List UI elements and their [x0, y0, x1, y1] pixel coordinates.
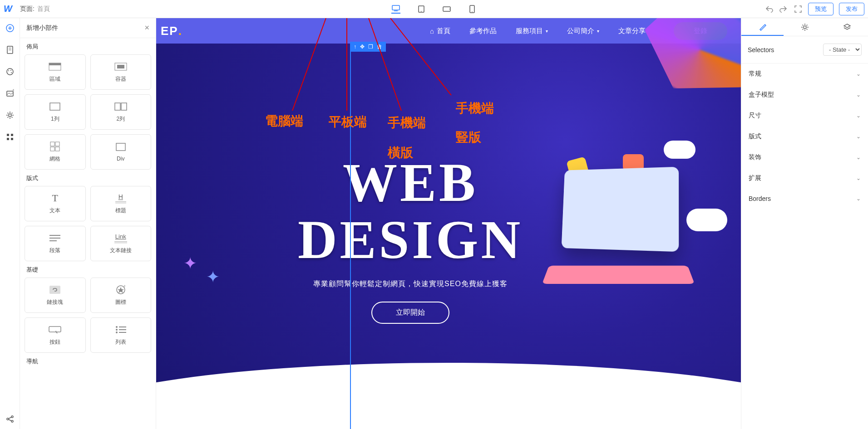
acc-general[interactable]: 常规⌄ — [741, 63, 868, 84]
svg-rect-23 — [7, 138, 9, 140]
selectors-label: Selectors — [748, 46, 774, 54]
site-frame: EP. ⌂首頁 參考作品 服務項目▾ 公司簡介▾ 文章分享 登錄 WEB DES… — [156, 18, 741, 429]
acc-borders[interactable]: Borders⌄ — [741, 189, 868, 209]
svg-marker-61 — [844, 24, 850, 28]
svg-text:+: + — [12, 89, 15, 92]
widget-textlink[interactable]: Link 文本鏈接 — [90, 226, 152, 261]
svg-line-28 — [9, 417, 11, 419]
nav-articles[interactable]: 文章分享 — [618, 27, 646, 35]
widget-grid[interactable]: 網格 — [25, 134, 86, 170]
svg-rect-39 — [50, 147, 54, 151]
widget-text[interactable]: T 文本 — [25, 186, 86, 221]
device-tablet-button[interactable] — [417, 5, 426, 14]
sparkle-icon: ✦ — [183, 254, 197, 273]
nav-works[interactable]: 參考作品 — [469, 27, 497, 35]
svg-point-20 — [9, 114, 11, 117]
nav-about[interactable]: 公司簡介▾ — [567, 27, 599, 35]
selectors-row: Selectors - State - — [741, 36, 868, 63]
hero-cta-button[interactable]: 立即開始 — [371, 302, 449, 324]
col1-icon — [49, 102, 61, 112]
tab-layers[interactable] — [826, 18, 868, 36]
widget-button[interactable]: 按鈕 — [25, 317, 86, 353]
apps-icon[interactable] — [5, 132, 15, 141]
rp-tabs — [741, 18, 868, 36]
device-desktop-button[interactable] — [391, 5, 400, 14]
svg-point-50 — [116, 326, 118, 328]
redo-icon[interactable] — [779, 5, 788, 14]
widget-container[interactable]: 容器 — [90, 54, 152, 90]
sel-delete-icon[interactable]: 🗑 — [377, 44, 382, 50]
widget-heading[interactable]: H 標題 — [90, 186, 152, 221]
chevron-down-icon: ⌄ — [856, 175, 861, 181]
app-logo[interactable]: W — [4, 4, 15, 15]
image-add-icon[interactable]: + — [5, 89, 15, 98]
svg-rect-36 — [121, 103, 127, 110]
tab-settings[interactable] — [784, 18, 826, 36]
phone-portrait-icon — [469, 5, 475, 13]
right-panel: Selectors - State - 常规⌄ 盒子模型⌄ 尺寸⌄ 版式⌄ 装饰… — [741, 18, 868, 429]
sel-up-icon[interactable]: ↑ — [354, 44, 356, 50]
state-select[interactable]: - State - — [823, 44, 862, 56]
acc-size[interactable]: 尺寸⌄ — [741, 105, 868, 126]
chevron-down-icon: ⌄ — [856, 71, 861, 77]
paragraph-icon — [49, 233, 61, 243]
svg-rect-22 — [11, 134, 13, 136]
topbar-right: 预览 发布 — [764, 3, 864, 15]
pages-icon[interactable] — [5, 45, 15, 54]
widget-1col[interactable]: 1列 — [25, 94, 86, 130]
widget-div[interactable]: Div — [90, 134, 152, 170]
chevron-down-icon: ▾ — [597, 29, 599, 34]
undo-icon[interactable] — [764, 5, 774, 14]
acc-decor[interactable]: 装饰⌄ — [741, 147, 868, 168]
sel-copy-icon[interactable]: ❐ — [368, 44, 373, 50]
widgets-body[interactable]: 佈局 區域 容器 1列 2列 — [20, 38, 156, 429]
selection-toolbar: ↑ ✥ ❐ 🗑 — [350, 42, 386, 52]
settings-icon[interactable] — [5, 111, 15, 120]
desktop-icon — [392, 5, 400, 11]
scroll-down-icon[interactable]: ︾ — [443, 394, 454, 408]
svg-rect-37 — [50, 142, 54, 146]
preview-button[interactable]: 预览 — [808, 3, 833, 15]
chevron-down-icon: ⌄ — [856, 92, 861, 98]
palette-icon[interactable] — [5, 67, 15, 76]
hero-section[interactable]: EP. ⌂首頁 參考作品 服務項目▾ 公司簡介▾ 文章分享 登錄 WEB DES… — [156, 18, 741, 426]
widget-list[interactable]: 列表 — [90, 317, 152, 353]
device-phone-landscape-button[interactable] — [442, 5, 451, 14]
svg-rect-40 — [55, 147, 59, 151]
linkblock-icon — [49, 285, 61, 295]
section-basic: 基礎 — [25, 261, 151, 278]
widget-region[interactable]: 區域 — [25, 54, 86, 90]
close-icon[interactable]: × — [144, 23, 149, 33]
svg-marker-47 — [118, 287, 124, 293]
publish-button[interactable]: 发布 — [839, 3, 864, 15]
nav-services[interactable]: 服務項目▾ — [516, 27, 548, 35]
textlink-icon: Link — [114, 233, 127, 243]
sel-move-icon[interactable]: ✥ — [360, 44, 365, 50]
section-nav: 導航 — [25, 353, 151, 369]
nav-home[interactable]: ⌂首頁 — [430, 27, 450, 35]
acc-box[interactable]: 盒子模型⌄ — [741, 84, 868, 105]
chevron-down-icon: ⌄ — [856, 133, 861, 140]
share-icon[interactable] — [5, 414, 15, 424]
layers-icon — [843, 23, 851, 31]
tab-style[interactable] — [741, 18, 784, 36]
svg-rect-41 — [116, 143, 125, 151]
div-icon — [114, 142, 127, 152]
widget-linkblock[interactable]: 鏈接塊 — [25, 278, 86, 313]
widget-paragraph[interactable]: 段落 — [25, 226, 86, 261]
page-name[interactable]: 首頁 — [37, 5, 50, 13]
widgets-header: 新增小部件 × — [20, 18, 156, 38]
device-phone-portrait-button[interactable] — [468, 5, 477, 14]
site-brand[interactable]: EP. — [161, 24, 182, 38]
section-layout: 佈局 — [25, 38, 151, 54]
acc-format[interactable]: 版式⌄ — [741, 126, 868, 147]
widgets-title: 新增小部件 — [26, 24, 58, 32]
acc-extend[interactable]: 扩展⌄ — [741, 168, 868, 189]
widget-2col[interactable]: 2列 — [90, 94, 152, 130]
add-widget-icon[interactable] — [5, 24, 15, 33]
widget-icon[interactable]: + 圖標 — [90, 278, 152, 313]
hero-illustration — [532, 154, 723, 327]
fullscreen-icon[interactable] — [794, 5, 803, 14]
canvas[interactable]: EP. ⌂首頁 參考作品 服務項目▾ 公司簡介▾ 文章分享 登錄 WEB DES… — [156, 18, 741, 429]
svg-point-27 — [11, 420, 13, 422]
